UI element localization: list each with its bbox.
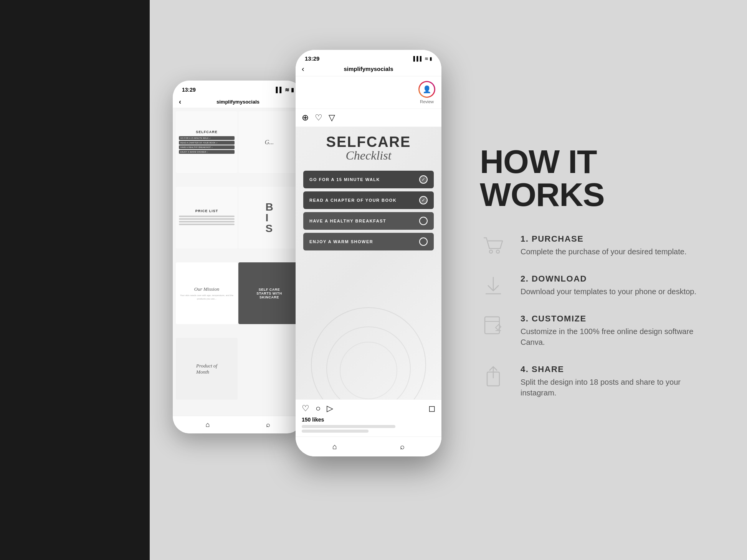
svg-rect-4 [485,317,499,334]
phone-back-screen: 13:29 ▌▌ ≋ ▮ ‹ simplifymysocials SELFCAR… [173,81,303,433]
share-step-icon [480,364,507,387]
step-purchase: 1. PURCHASE Complete the purchase of you… [480,234,716,257]
phone-back: 13:29 ▌▌ ≋ ▮ ‹ simplifymysocials SELFCAR… [173,81,303,433]
step-customize-desc: Customize in the 100% free online design… [521,326,716,348]
step-download-desc: Download your templates to your phone or… [521,286,716,297]
back-nav-username: simplifymysocials [216,99,259,105]
back-nav-back-arrow[interactable]: ‹ [179,98,181,106]
deco-circle-small [340,342,397,399]
post-top-icons: ⊕ ♡ ▽ [296,109,441,127]
price-line-4 [179,224,235,225]
checklist-row-2: READ A CHAPTER OF YOUR BOOK ✓ [303,191,434,209]
front-back-arrow[interactable]: ‹ [302,64,304,73]
front-status-bar: 13:29 ▌▌▌ ≋ ▮ [296,50,441,62]
comment-line-1 [302,425,395,428]
back-tile-selfcare: SELFCARE GO FOR A 15 MINUTE WALK ✓ READ … [176,111,238,173]
action-icons-row: ♡ ○ ▷ ◻ [302,404,435,413]
checklist-text-2: READ A CHAPTER OF YOUR BOOK [309,198,397,203]
how-it-works-title: HOW IT WORKS [480,145,716,211]
bookmark-icon[interactable]: ◻ [428,404,435,413]
checklist-text-1: GO FOR A 15 MINUTE WALK [309,177,380,182]
back-bottom-nav: ⌂ ⌕ [173,416,303,433]
front-status-icons: ▌▌▌ ≋ ▮ [413,56,432,61]
story-bar: 👤 Review [296,76,441,109]
price-lines [179,214,235,226]
front-search-icon[interactable]: ⌕ [400,442,405,451]
selfcare-heading: SELFCARE Checklist [326,135,411,161]
back-status-bar: 13:29 ▌▌ ≋ ▮ [173,81,303,96]
back-checklist-item-1: GO FOR A 15 MINUTE WALK ✓ [179,136,235,140]
step-share-title: 4. SHARE [521,364,716,374]
back-tile-business-text: BIS [265,202,273,234]
front-bottom-nav: ⌂ ⌕ [296,436,441,456]
svg-point-1 [496,250,499,253]
story-item: 👤 Review [418,81,435,104]
price-line-3 [179,221,235,222]
comment-lines [302,425,435,433]
back-tile-pricelist-title: PRICE LIST [195,209,218,213]
step-purchase-desc: Complete the purchase of your desired te… [521,246,716,257]
back-tile-skincare: SELF CARESTARTS WITHSKINCARE [238,262,300,324]
back-tile-mission-title: Our Mission [194,286,219,292]
post-actions: ♡ ○ ▷ ◻ 150 likes [296,399,441,436]
checklist-row-1: GO FOR A 15 MINUTE WALK ✓ [303,171,434,188]
back-home-icon[interactable]: ⌂ [206,421,210,429]
phone-front: 13:29 ▌▌▌ ≋ ▮ ‹ simplifymysocials 👤 [296,50,441,456]
back-search-icon[interactable]: ⌕ [266,421,270,429]
back-status-icons: ▌▌ ≋ ▮ [276,87,294,93]
checklist-check-4 [419,237,428,246]
step-download-title: 2. DOWNLOAD [521,274,716,284]
back-tile-business: BIS [238,187,300,249]
purchase-icon [480,234,507,257]
front-username: simplifymysocials [344,66,393,72]
step-purchase-title: 1. PURCHASE [521,234,716,244]
comment-line-2 [302,430,369,433]
step-download-text: 2. DOWNLOAD Download your templates to y… [521,274,716,297]
checklist-check-2: ✓ [419,196,428,204]
checklist-container: GO FOR A 15 MINUTE WALK ✓ READ A CHAPTER… [303,171,434,250]
front-home-icon[interactable]: ⌂ [332,442,337,451]
download-icon-svg [482,274,505,297]
back-tile-mission-text: Your skin needs care with age, temperatu… [179,294,235,301]
back-tile-mission: Our Mission Your skin needs care with ag… [176,262,238,324]
instagram-nav: ‹ simplifymysocials [296,62,441,76]
story-inner: 👤 [420,82,434,97]
back-tile-checklist: GO FOR A 15 MINUTE WALK ✓ READ A CHAPTER… [179,135,235,155]
left-dark-panel [0,0,150,560]
send-icon[interactable]: ▽ [329,113,335,123]
step-download: 2. DOWNLOAD Download your templates to y… [480,274,716,297]
download-icon [480,274,507,297]
add-icon[interactable]: ⊕ [302,113,309,123]
edit-icon-svg [482,314,505,337]
back-time: 13:29 [182,87,196,93]
step-purchase-text: 1. PURCHASE Complete the purchase of you… [521,234,716,257]
checklist-row-4: ENJOY A WARM SHOWER [303,233,434,250]
back-tile-skincare-text: SELF CARESTARTS WITHSKINCARE [256,288,282,299]
back-tile-quote-text: G... [265,139,274,146]
step-customize-title: 3. CUSTOMIZE [521,314,716,324]
instagram-post: SELFCARE Checklist GO FOR A 15 MINUTE WA… [296,127,441,436]
main-content-area: 13:29 ▌▌ ≋ ▮ ‹ simplifymysocials SELFCAR… [150,0,747,560]
back-content-grid: SELFCARE GO FOR A 15 MINUTE WALK ✓ READ … [173,108,303,416]
story-circle[interactable]: 👤 [418,81,435,98]
step-share-desc: Split the design into 18 posts and share… [521,377,716,398]
price-line-1 [179,216,235,217]
share-icon[interactable]: ▷ [327,404,333,413]
like-icon[interactable]: ♡ [302,404,309,413]
comment-icon[interactable]: ○ [316,404,321,413]
back-tile-selfcare-title: SELFCARE [196,130,218,134]
back-checklist-item-4: ENJOY A WARM SHOWER ○ [179,150,235,154]
selfcare-title: SELFCARE [326,135,411,149]
step-customize: 3. CUSTOMIZE Customize in the 100% free … [480,314,716,348]
heart-outline-icon[interactable]: ♡ [315,113,322,123]
instructions-panel: HOW IT WORKS 1. PURCHASE Complete the pu… [441,114,747,446]
phones-container: 13:29 ▌▌ ≋ ▮ ‹ simplifymysocials SELFCAR… [173,50,441,510]
step-share-text: 4. SHARE Split the design into 18 posts … [521,364,716,398]
selfcare-subtitle: Checklist [326,149,411,161]
phone-front-screen: 13:29 ▌▌▌ ≋ ▮ ‹ simplifymysocials 👤 [296,50,441,456]
likes-count: 150 likes [302,417,435,423]
back-checklist-item-3: HAVE A HEALTHY BREAKFAST ○ [179,145,235,149]
front-time: 13:29 [305,55,319,62]
step-share: 4. SHARE Split the design into 18 posts … [480,364,716,398]
back-checklist-item-2: READ A CHAPTER OF YOUR BOOK ✓ [179,141,235,145]
